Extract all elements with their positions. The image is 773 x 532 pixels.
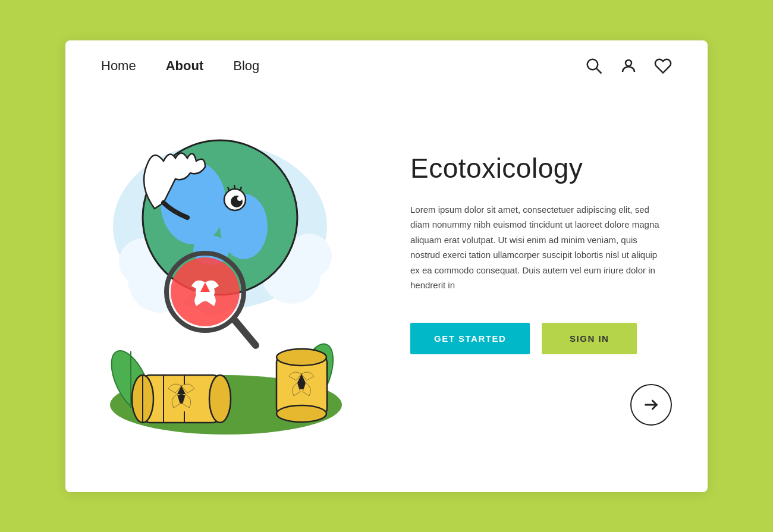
main-card: Home About Blog: [65, 40, 708, 492]
page-description: Lorem ipsum dolor sit amet, consectetuer…: [410, 202, 660, 293]
main-content: Ecotoxicology Lorem ipsum dolor sit amet…: [65, 92, 708, 492]
search-icon[interactable]: [585, 57, 603, 75]
scene-svg: [95, 125, 357, 458]
user-icon[interactable]: [620, 57, 637, 75]
nav-blog[interactable]: Blog: [233, 58, 259, 74]
svg-point-0: [587, 59, 598, 70]
svg-line-1: [596, 68, 601, 73]
illustration-container: [95, 125, 357, 458]
nav-links: Home About Blog: [101, 58, 585, 74]
nav-home[interactable]: Home: [101, 58, 136, 74]
navbar: Home About Blog: [65, 40, 708, 92]
svg-point-30: [209, 375, 231, 423]
get-started-button[interactable]: GET STARTED: [410, 323, 530, 354]
button-row: GET STARTED SIGN IN: [410, 323, 672, 354]
heart-icon[interactable]: [654, 57, 672, 75]
svg-line-16: [234, 185, 235, 190]
content-side: Ecotoxicology Lorem ipsum dolor sit amet…: [386, 97, 708, 486]
svg-point-37: [276, 349, 326, 366]
nav-icon-group: [585, 57, 672, 75]
svg-point-38: [276, 405, 326, 422]
arrow-right-icon: [643, 396, 659, 413]
illustration-side: [65, 97, 386, 486]
nav-about[interactable]: About: [166, 58, 204, 74]
svg-line-22: [235, 320, 256, 345]
svg-point-15: [237, 196, 242, 201]
svg-point-2: [626, 60, 631, 66]
page-title: Ecotoxicology: [410, 152, 672, 184]
next-arrow-button[interactable]: [630, 384, 672, 426]
sign-in-button[interactable]: SIGN IN: [542, 323, 637, 354]
